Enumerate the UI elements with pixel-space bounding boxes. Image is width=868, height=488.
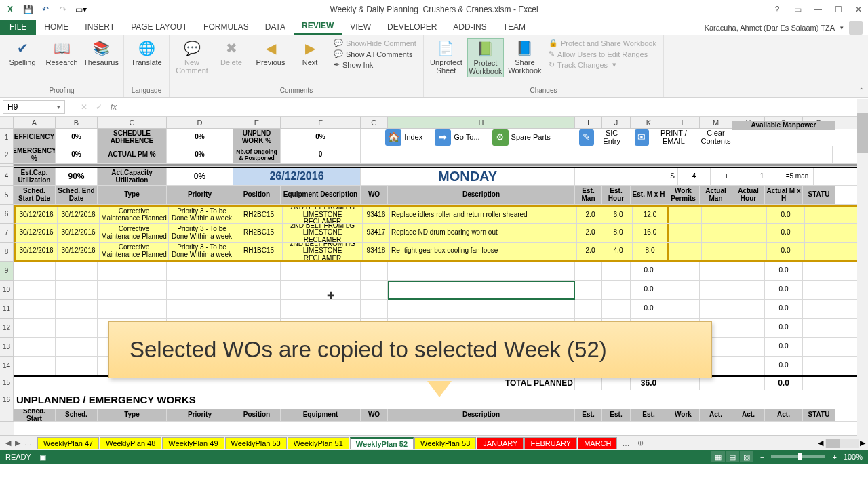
col-B[interactable]: B — [56, 117, 98, 129]
cell[interactable] — [167, 281, 233, 299]
cell[interactable]: Priority 3 - To be Done Within a week — [169, 224, 235, 242]
cell[interactable] — [669, 224, 702, 242]
cell[interactable]: 0.0 — [767, 243, 805, 260]
cell[interactable]: EMERGENCY % — [14, 146, 56, 163]
cell[interactable] — [233, 300, 281, 318]
row-2[interactable]: 2 — [0, 146, 14, 164]
new-sheet-button[interactable]: ⊕ — [633, 439, 648, 447]
close-icon[interactable]: ✕ — [849, 3, 868, 16]
cell[interactable]: 0.0 — [765, 357, 803, 375]
tab-view[interactable]: VIEW — [342, 20, 379, 35]
tab-data[interactable]: DATA — [257, 20, 294, 35]
cell[interactable]: Corrective Maintenance Planned — [100, 207, 169, 223]
cell[interactable]: Priority 3 - To be Done Within a week — [169, 243, 235, 260]
print-button[interactable]: ✉PRINT / EMAIL — [632, 129, 698, 146]
col-C[interactable]: C — [98, 117, 167, 129]
qat-custom-icon[interactable]: ▭▾ — [75, 3, 87, 16]
zoom-level[interactable]: 100% — [844, 453, 863, 461]
cell[interactable]: 0.0 — [631, 300, 667, 318]
delete-comment-button[interactable]: ✖Delete — [213, 38, 250, 68]
col-L[interactable]: L — [667, 117, 700, 129]
cell[interactable]: 8.0 — [633, 243, 669, 260]
cell[interactable]: 8.0 — [604, 224, 633, 242]
row-8[interactable]: 8 — [0, 243, 14, 262]
cell[interactable]: 0% — [281, 129, 361, 146]
row-5[interactable]: 5 — [0, 186, 14, 205]
cell[interactable] — [702, 207, 734, 223]
showall-comments-button[interactable]: 💬Show All Comments — [331, 49, 419, 59]
cell[interactable] — [361, 281, 388, 299]
row-13[interactable]: 13 — [0, 338, 14, 357]
translate-button[interactable]: 🌐Translate — [128, 38, 165, 68]
hscroll-track[interactable] — [825, 439, 859, 448]
cell[interactable] — [669, 243, 702, 260]
sheet-tab[interactable]: WeeklyPlan 49 — [162, 437, 224, 449]
cell[interactable] — [56, 300, 98, 318]
formula-input[interactable] — [123, 106, 854, 108]
cell[interactable] — [388, 300, 575, 318]
col-H[interactable]: H — [388, 117, 575, 129]
cell[interactable] — [98, 262, 167, 280]
cell[interactable] — [700, 281, 732, 299]
cell[interactable] — [803, 262, 835, 280]
cell[interactable] — [732, 262, 765, 280]
sic-entry-button[interactable]: ✎SIC Entry — [576, 129, 629, 146]
cell[interactable]: Re- tight gear box cooling fan loose — [390, 243, 577, 260]
cell[interactable] — [56, 357, 98, 375]
file-tab[interactable]: FILE — [0, 20, 36, 35]
tab-addins[interactable]: ADD-INS — [445, 20, 494, 35]
cell[interactable]: 0.0 — [765, 338, 803, 356]
row-14[interactable]: 14 — [0, 357, 14, 375]
sheet-nav-prev[interactable]: ▶ — [14, 439, 22, 447]
cell[interactable]: Corrective Maintenance Planned — [100, 224, 169, 242]
col-E[interactable]: E — [233, 117, 281, 129]
row-15[interactable]: 15 — [0, 375, 14, 390]
col-M[interactable]: M — [700, 117, 732, 129]
cell[interactable]: 30/12/2016 — [58, 243, 100, 260]
cell[interactable]: SCHEDULE ADHERENCE — [98, 129, 167, 146]
cell[interactable] — [167, 300, 233, 318]
cell[interactable]: 0.0 — [631, 262, 667, 280]
track-changes-button[interactable]: ↻Track Changes ▾ — [546, 60, 659, 70]
row-1[interactable]: 1 — [0, 129, 14, 146]
cell[interactable] — [732, 300, 765, 318]
col-K[interactable]: K — [631, 117, 667, 129]
cell[interactable] — [98, 300, 167, 318]
cell[interactable] — [281, 300, 361, 318]
cell[interactable] — [805, 207, 837, 223]
cell[interactable]: 0.0 — [767, 207, 805, 223]
maximize-icon[interactable]: ☐ — [829, 3, 848, 16]
cell[interactable]: Est.Cap. Utilization — [14, 168, 56, 185]
cell[interactable]: Priority 3 - To be Done Within a week — [169, 207, 235, 223]
cell[interactable]: 0% — [56, 146, 98, 163]
cell[interactable] — [56, 319, 98, 337]
cell[interactable] — [361, 262, 388, 280]
cell[interactable]: 2ND BELT FROM LG LIMESTONE RECLAMER — [283, 224, 363, 242]
next-comment-button[interactable]: ▶Next — [292, 38, 328, 68]
col-J[interactable]: J — [602, 117, 631, 129]
cell[interactable]: 30/12/2016 — [16, 243, 58, 260]
cell[interactable] — [602, 262, 631, 280]
new-comment-button[interactable]: 💬New Comment — [174, 38, 210, 76]
cell[interactable] — [803, 281, 835, 299]
cell[interactable] — [734, 207, 767, 223]
cell[interactable] — [14, 357, 56, 375]
cell[interactable]: 0.0 — [765, 319, 803, 337]
col-I[interactable]: I — [575, 117, 602, 129]
tab-developer[interactable]: DEVELOPER — [379, 20, 445, 35]
sheet-tab[interactable]: MARCH — [578, 437, 617, 449]
cell[interactable] — [734, 243, 767, 260]
cell[interactable] — [702, 243, 734, 260]
zoom-slider[interactable] — [771, 455, 825, 458]
cell[interactable] — [732, 338, 765, 356]
view-normal-button[interactable]: ▦ — [711, 451, 725, 462]
cell[interactable]: 26/12/2016 — [233, 168, 361, 185]
select-all-cell[interactable] — [0, 117, 14, 129]
cell[interactable]: 2.0 — [577, 207, 604, 223]
cell[interactable] — [602, 300, 631, 318]
unprotect-sheet-button[interactable]: 📄Unprotect Sheet — [428, 38, 465, 76]
cell[interactable]: 0.0 — [767, 224, 805, 242]
row-10[interactable]: 10 — [0, 281, 14, 300]
research-button[interactable]: 📖Research — [43, 38, 80, 68]
cell[interactable] — [805, 224, 837, 242]
